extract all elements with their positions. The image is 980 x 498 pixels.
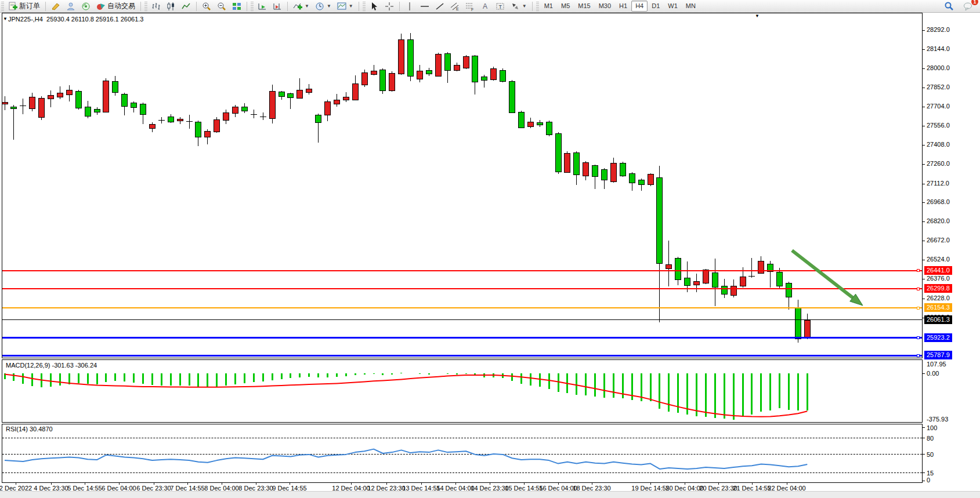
auto-scroll-button[interactable] bbox=[255, 0, 270, 12]
zoom-in-button[interactable] bbox=[199, 0, 214, 12]
templates-button[interactable]: ▼ bbox=[334, 0, 356, 12]
rsi-level-dashed-line bbox=[2, 472, 922, 473]
new-order-button[interactable]: 新订单 bbox=[5, 0, 43, 12]
macd-histogram-bar bbox=[207, 373, 208, 387]
timeframe-m15[interactable]: M15 bbox=[574, 1, 594, 12]
auto-trading-button[interactable]: 自动交易 bbox=[93, 0, 138, 12]
price-tick-label: 27852.0 bbox=[927, 83, 950, 90]
time-tick bbox=[16, 482, 16, 485]
macd-histogram-bar bbox=[327, 373, 328, 377]
macd-histogram-bar bbox=[382, 373, 384, 375]
timeframe-w1[interactable]: W1 bbox=[664, 1, 682, 12]
chart-shift-button[interactable] bbox=[270, 0, 285, 12]
candle-bearish bbox=[444, 53, 451, 71]
horizontal-level-line[interactable] bbox=[2, 355, 922, 357]
candle-bullish bbox=[214, 119, 220, 132]
rsi-axis-label: 100 bbox=[927, 424, 937, 431]
horizontal-level-line[interactable] bbox=[2, 337, 922, 339]
candle-doji bbox=[748, 276, 755, 277]
timeframe-mn[interactable]: MN bbox=[682, 1, 700, 12]
line-handle-marker[interactable] bbox=[917, 307, 920, 310]
candle-bullish bbox=[731, 286, 737, 296]
macd-histogram-bar bbox=[50, 373, 52, 387]
timeframe-h1[interactable]: H1 bbox=[615, 1, 631, 12]
one-click-trading-caret[interactable]: ▼ bbox=[3, 16, 8, 21]
search-button[interactable] bbox=[941, 0, 957, 12]
chart-menu-caret[interactable]: ▼ bbox=[755, 13, 760, 19]
timeframe-h4[interactable]: H4 bbox=[631, 1, 648, 12]
candle-bearish bbox=[407, 39, 414, 77]
macd-histogram-bar bbox=[594, 373, 596, 397]
equidistant-channel-button[interactable]: E bbox=[447, 0, 462, 12]
price-tick-label: 26820.0 bbox=[927, 217, 950, 224]
arrows-button[interactable]: ▼ bbox=[508, 0, 530, 12]
periods-button[interactable]: ▼ bbox=[312, 0, 334, 12]
signal-button[interactable] bbox=[78, 0, 93, 12]
line-handle-marker[interactable] bbox=[917, 269, 920, 272]
tile-windows-button[interactable] bbox=[229, 0, 244, 12]
line-chart-button[interactable] bbox=[179, 0, 194, 12]
macd-histogram-bar bbox=[622, 373, 624, 398]
styler-button[interactable] bbox=[48, 0, 63, 12]
macd-histogram-bar bbox=[714, 373, 716, 418]
candlestick-chart-button[interactable] bbox=[164, 0, 179, 12]
candle-bearish bbox=[140, 104, 146, 115]
main-chart-pane[interactable] bbox=[2, 13, 923, 358]
horizontal-line-button[interactable] bbox=[417, 0, 432, 12]
text-label-button[interactable]: T bbox=[493, 0, 508, 12]
macd-pane[interactable] bbox=[2, 359, 923, 423]
timeframe-m30[interactable]: M30 bbox=[595, 1, 615, 12]
time-label: 6 Dec 04:00 bbox=[102, 485, 136, 492]
candle-bullish bbox=[703, 270, 709, 283]
time-label: 5 Dec 14:55 bbox=[67, 485, 102, 492]
candle-bearish bbox=[241, 107, 248, 111]
candlestick-chart-icon bbox=[167, 2, 176, 11]
candle-bearish bbox=[94, 109, 100, 112]
macd-tick bbox=[923, 373, 925, 374]
profile-button[interactable] bbox=[63, 0, 78, 12]
candle-bullish bbox=[435, 54, 442, 77]
candle-bearish bbox=[712, 272, 718, 288]
candle-bearish bbox=[379, 70, 386, 91]
macd-histogram-bar bbox=[124, 373, 125, 381]
macd-histogram-bar bbox=[474, 373, 476, 376]
price-tick-label: 28144.0 bbox=[927, 45, 950, 52]
timeframe-m1[interactable]: M1 bbox=[540, 1, 557, 12]
macd-histogram-bar bbox=[87, 373, 89, 384]
price-tick-label: 27556.0 bbox=[927, 122, 950, 129]
horizontal-level-line[interactable] bbox=[2, 288, 922, 289]
candle-bullish bbox=[564, 153, 570, 173]
indicators-button[interactable]: ▼ bbox=[290, 0, 312, 12]
crosshair-button[interactable] bbox=[382, 0, 397, 12]
candle-bearish bbox=[509, 81, 515, 113]
clock-icon bbox=[315, 2, 324, 11]
macd-histogram-bar bbox=[161, 373, 162, 386]
rsi-pane[interactable] bbox=[2, 424, 923, 483]
rsi-tick bbox=[923, 472, 925, 473]
time-label: 9 Dec 14:55 bbox=[272, 485, 306, 492]
candle-bullish bbox=[343, 97, 349, 100]
bar-chart-button[interactable] bbox=[149, 0, 164, 12]
cursor-button[interactable] bbox=[367, 0, 382, 12]
macd-histogram-bar bbox=[391, 373, 393, 375]
trendline-button[interactable] bbox=[432, 0, 447, 12]
fibonacci-button[interactable]: F bbox=[462, 0, 478, 12]
line-handle-marker[interactable] bbox=[917, 288, 920, 290]
macd-histogram-bar bbox=[142, 373, 144, 384]
time-label: 18 Dec 23:30 bbox=[573, 485, 610, 492]
timeframe-m5[interactable]: M5 bbox=[557, 1, 574, 12]
horizontal-level-line[interactable] bbox=[2, 270, 922, 271]
line-handle-marker[interactable] bbox=[917, 336, 920, 339]
timeframe-d1[interactable]: D1 bbox=[648, 1, 664, 12]
horizontal-level-line[interactable] bbox=[2, 319, 922, 320]
status-strip bbox=[0, 491, 980, 498]
line-handle-marker[interactable] bbox=[917, 354, 920, 357]
text-button[interactable]: A bbox=[478, 0, 493, 12]
vertical-line-button[interactable] bbox=[402, 0, 417, 12]
toolbar-handle[interactable] bbox=[1, 2, 4, 11]
horizontal-level-line[interactable] bbox=[2, 307, 922, 308]
zoom-out-button[interactable] bbox=[214, 0, 229, 12]
macd-histogram-bar bbox=[13, 373, 15, 381]
macd-axis-label: 0.00 bbox=[927, 370, 939, 377]
notifications-button[interactable]: 1 bbox=[960, 0, 975, 12]
